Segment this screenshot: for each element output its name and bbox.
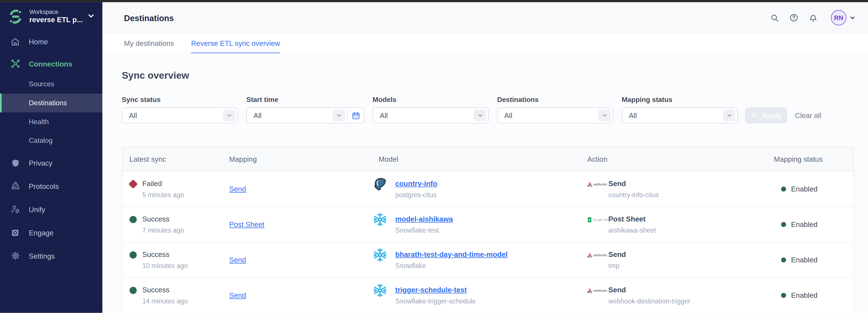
- mapping-cell: Send: [222, 291, 365, 300]
- action-destination-text: country-info-citus: [608, 191, 659, 199]
- model-link[interactable]: country-info: [395, 179, 437, 188]
- sidebar-item-catalog[interactable]: Catalog: [0, 131, 102, 150]
- google-sheets-logo-text: Google Sheets: [593, 218, 613, 222]
- latest-sync-cell: Success 14 minutes ago: [122, 286, 222, 305]
- start-time-select[interactable]: All: [247, 108, 348, 123]
- tab-my-destinations[interactable]: My destinations: [124, 33, 174, 53]
- model-source-text: Snowflake: [395, 262, 508, 270]
- mapping-link[interactable]: Send: [229, 256, 246, 264]
- clear-all-button[interactable]: Clear all: [795, 111, 821, 120]
- mapping-link[interactable]: Post Sheet: [229, 220, 265, 229]
- sidebar: Workspace reverse ETL p... Home: [0, 2, 102, 313]
- search-icon[interactable]: [770, 13, 779, 23]
- sidebar-item-connections[interactable]: Connections: [0, 53, 102, 75]
- mapping-cell: Send: [222, 185, 365, 193]
- titlebar-actions: RN: [770, 2, 856, 33]
- enabled-dot-icon: [781, 293, 786, 298]
- action-label: Send: [608, 286, 690, 294]
- app-window: Workspace reverse ETL p... Home: [0, 0, 868, 313]
- sidebar-item-label: Destinations: [29, 99, 67, 107]
- sidebar-item-privacy[interactable]: Privacy: [0, 151, 102, 175]
- destinations-select[interactable]: All: [497, 107, 613, 123]
- chevron-down-icon: [87, 11, 95, 21]
- sidebar-item-protocols[interactable]: Protocols: [0, 175, 102, 198]
- google-sheets-logo-icon: webhooks Google Sheets: [587, 217, 601, 223]
- mapping-status-text: Enabled: [791, 291, 817, 300]
- model-cell: model-aishikawa Snowflake-test: [365, 215, 580, 234]
- sidebar-item-sources[interactable]: Sources: [0, 75, 102, 94]
- sidebar-item-settings[interactable]: Settings: [0, 244, 102, 268]
- webhooks-logo-icon: webhooks Google Sheets: [587, 253, 601, 258]
- connections-icon: [10, 59, 21, 69]
- main-content: Sync overview Sync status All Start time…: [102, 53, 868, 313]
- sidebar-lower-nav: Privacy Protocols: [0, 151, 102, 268]
- sidebar-item-health[interactable]: Health: [0, 113, 102, 131]
- workspace-info: Workspace reverse ETL p...: [29, 8, 86, 25]
- mapping-status-select[interactable]: All: [622, 107, 738, 123]
- model-link[interactable]: model-aishikawa: [395, 215, 453, 223]
- help-icon[interactable]: [789, 13, 799, 23]
- models-select[interactable]: All: [372, 107, 489, 123]
- action-cell: webhooks Google Sheets Send tmp: [580, 250, 767, 270]
- user-menu[interactable]: RN: [831, 10, 856, 25]
- mapping-status-cell: Enabled: [767, 291, 854, 300]
- mapping-status-text: Enabled: [791, 220, 817, 229]
- apply-button[interactable]: Apply: [745, 107, 787, 123]
- chevron-down-icon: [333, 109, 345, 121]
- status-success-icon: [129, 287, 137, 294]
- postgres-icon: [372, 177, 388, 192]
- tabs-bar: My destinations Reverse ETL sync overvie…: [102, 33, 868, 54]
- sync-time-text: 5 minutes ago: [142, 191, 184, 199]
- column-header-model: Model: [365, 155, 580, 163]
- bell-icon[interactable]: [808, 13, 818, 23]
- sidebar-item-label: Protocols: [29, 182, 59, 190]
- sync-time-text: 7 minutes ago: [142, 226, 184, 234]
- sidebar-item-home[interactable]: Home: [0, 30, 102, 53]
- chevron-down-icon: [223, 109, 235, 121]
- tab-label: Reverse ETL sync overview: [191, 39, 280, 48]
- filter-models: Models All: [372, 96, 489, 123]
- status-success-icon: [129, 216, 137, 223]
- filter-mapping-status: Mapping status All: [622, 96, 738, 123]
- latest-sync-cell: Failed 5 minutes ago: [122, 179, 222, 199]
- model-link[interactable]: bharath-test-day-and-time-model: [395, 250, 508, 259]
- model-link[interactable]: trigger-schedule-test: [395, 286, 467, 294]
- calendar-icon: [351, 111, 360, 120]
- sidebar-item-engage[interactable]: Engage: [0, 221, 102, 244]
- workspace-switcher[interactable]: Workspace reverse ETL p...: [0, 2, 102, 29]
- sync-overview-table: Latest sync Mapping Model Action Mapping…: [122, 147, 854, 313]
- page-title: Destinations: [124, 2, 174, 33]
- select-value: All: [254, 111, 333, 120]
- sync-status-text: Success: [142, 215, 184, 223]
- rudderstack-logo-icon: [7, 8, 24, 25]
- webhooks-logo-text: webhooks: [593, 254, 607, 257]
- column-header-mapping-status: Mapping status: [767, 155, 854, 163]
- model-cell: bharath-test-day-and-time-model Snowflak…: [365, 250, 580, 270]
- snowflake-icon: [372, 212, 388, 227]
- sidebar-item-destinations[interactable]: Destinations: [0, 94, 102, 113]
- filters-row: Sync status All Start time All: [122, 96, 854, 123]
- filter-label: Destinations: [497, 96, 613, 104]
- mapping-status-cell: Enabled: [767, 185, 854, 193]
- sidebar-item-unify[interactable]: Unify: [0, 198, 102, 221]
- calendar-button[interactable]: [348, 108, 364, 123]
- sidebar-item-label: Connections: [29, 60, 72, 68]
- start-time-control: All: [246, 107, 365, 123]
- mapping-link[interactable]: Send: [229, 185, 246, 193]
- column-header-action: Action: [580, 155, 767, 163]
- sidebar-item-label: Sources: [29, 81, 54, 88]
- sync-status-text: Success: [142, 286, 188, 294]
- webhooks-logo-text: webhooks: [593, 183, 607, 186]
- chevron-down-icon: [849, 14, 856, 21]
- filter-label: Start time: [246, 96, 365, 104]
- mapping-link[interactable]: Send: [229, 291, 246, 300]
- chevron-down-icon: [474, 109, 486, 121]
- sync-time-text: 10 minutes ago: [142, 262, 188, 270]
- model-source-text: postgres-citus: [395, 191, 437, 199]
- sync-status-select[interactable]: All: [122, 107, 238, 123]
- avatar-initials: RN: [834, 14, 843, 21]
- sidebar-item-label: Privacy: [29, 159, 52, 167]
- table-row: Success 10 minutes ago Send: [122, 243, 854, 278]
- tab-reverse-etl-sync-overview[interactable]: Reverse ETL sync overview: [191, 33, 280, 53]
- titlebar: Destinations RN: [102, 2, 868, 34]
